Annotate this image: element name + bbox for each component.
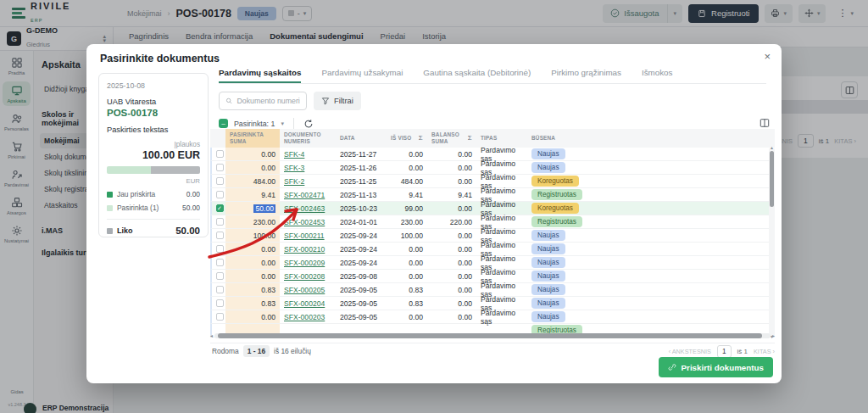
document-link[interactable]: SFK-4 — [284, 150, 304, 159]
cell-balance: 0.00 — [427, 283, 476, 296]
cell-filler — [581, 148, 775, 160]
col-date[interactable]: DATA — [336, 129, 387, 148]
col-type[interactable]: TIPAS — [476, 129, 527, 148]
assign-documents-button[interactable]: Priskirti dokumentus — [659, 357, 773, 377]
document-link[interactable]: SFX-000211 — [284, 232, 325, 240]
cell-total: 0.00 — [387, 256, 427, 269]
scroll-right-icon[interactable]: ▸ — [772, 333, 775, 338]
row-checkbox-cell — [212, 283, 225, 296]
document-link[interactable]: SFX-000210 — [284, 245, 325, 254]
scrollbar-thumb[interactable] — [218, 333, 762, 338]
cell-date: 2025-10-23 — [336, 202, 387, 215]
cell-date: 2025-09-24 — [336, 243, 387, 255]
modal-tab-pardavimų-užsakymai[interactable]: Pardavimų užsakymai — [321, 63, 403, 83]
row-checkbox[interactable]: ✓ — [216, 204, 224, 212]
cell-selected-amount[interactable]: 0.83 — [225, 297, 280, 310]
cell-balance: 0.00 — [427, 202, 476, 215]
showing-label: Rodoma — [212, 347, 239, 355]
status-badge: Naujas — [531, 230, 565, 241]
filter-button[interactable]: Filtrai — [314, 92, 361, 110]
cell-selected-amount[interactable]: 0.00 — [225, 243, 280, 255]
scrollbar-thumb[interactable] — [770, 151, 774, 207]
cell-selected-amount[interactable]: 230.00 — [225, 215, 280, 228]
cell-selected-amount[interactable]: 0.00 — [225, 270, 280, 282]
document-link[interactable]: SFX-000205 — [284, 286, 325, 294]
chevron-down-icon[interactable]: ▾ — [281, 120, 284, 127]
document-link[interactable]: SFX-002471 — [284, 191, 325, 199]
cell-balance: 0.00 — [427, 310, 476, 323]
sum-icon[interactable]: Σ — [419, 134, 423, 142]
cell-balance: 0.00 — [427, 175, 476, 187]
cell-balance: 0.00 — [427, 148, 476, 160]
horizontal-scrollbar[interactable]: ◂ ▸ — [210, 332, 775, 338]
row-checkbox[interactable] — [216, 272, 224, 280]
next-page-label[interactable]: KITAS › — [754, 348, 775, 355]
vertical-scrollbar[interactable]: ▲ ▼ — [769, 148, 775, 338]
modal-tab-išmokos[interactable]: Išmokos — [642, 63, 672, 83]
cell-balance: 0.00 — [427, 297, 476, 310]
row-checkbox[interactable] — [216, 286, 224, 293]
payment-doc-link[interactable]: POS-00178 — [107, 108, 200, 118]
document-link[interactable]: SFX-002463 — [284, 204, 325, 213]
cell-filler — [581, 297, 775, 310]
modal-tab-pirkimo-grąžinimas[interactable]: Pirkimo grąžinimas — [551, 63, 621, 83]
modal-tab-pardavimų-sąskaitos[interactable]: Pardavimų sąskaitos — [219, 63, 301, 83]
row-checkbox[interactable] — [216, 218, 224, 226]
cell-selected-amount[interactable]: 9.41 — [225, 188, 280, 201]
cell-selected-amount[interactable]: 0.00 — [225, 256, 280, 269]
row-checkbox[interactable] — [216, 232, 224, 239]
row-checkbox-cell — [212, 243, 225, 255]
cell-selected-amount[interactable]: 484.00 — [225, 175, 280, 187]
document-link[interactable]: SFX-000203 — [284, 313, 325, 321]
row-checkbox-cell — [212, 310, 225, 323]
col-total[interactable]: IŠ VISOΣ — [387, 129, 427, 148]
row-checkbox[interactable] — [216, 299, 224, 307]
scroll-left-icon[interactable]: ◂ — [210, 333, 213, 338]
legend-swatch — [107, 205, 113, 211]
row-checkbox[interactable] — [216, 191, 224, 198]
cell-selected-amount[interactable]: 0.00 — [225, 148, 280, 160]
cell-total: 0.00 — [387, 243, 427, 255]
cell-status: Naujas — [527, 256, 581, 269]
col-status[interactable]: BŪSENA — [527, 129, 581, 148]
row-checkbox-cell — [212, 229, 225, 242]
prev-page-label[interactable]: ‹ ANKSTESNIS — [669, 348, 711, 355]
page-count: iš 1 — [737, 348, 748, 355]
status-badge: Naujas — [531, 162, 565, 173]
cell-selected-amount[interactable]: 50.00 — [225, 202, 280, 215]
cell-status: Registruotas — [527, 188, 581, 201]
row-checkbox[interactable] — [216, 245, 224, 253]
document-link[interactable]: SFK-3 — [284, 164, 304, 172]
scroll-up-icon[interactable]: ▲ — [769, 146, 775, 150]
legend-label: Jau priskirta — [117, 190, 155, 198]
col-selected-amount[interactable]: PASIRINKTA SUMA — [225, 129, 280, 148]
document-link[interactable]: SFX-000209 — [284, 259, 325, 267]
cell-filler — [581, 243, 775, 255]
sum-icon[interactable]: Σ — [468, 134, 472, 142]
search-input[interactable] — [236, 97, 300, 105]
highlighted-amount[interactable]: 50.00 — [253, 204, 275, 213]
document-link[interactable]: SFX-000208 — [284, 272, 325, 281]
close-icon[interactable]: × — [764, 50, 771, 63]
cell-selected-amount[interactable]: 0.00 — [225, 161, 280, 174]
row-checkbox-cell — [212, 270, 225, 282]
document-link[interactable]: SFK-2 — [284, 177, 304, 186]
row-checkbox[interactable] — [216, 259, 224, 266]
current-page[interactable]: 1 — [717, 345, 732, 358]
status-badge: Registruotas — [531, 216, 582, 227]
refresh-icon[interactable] — [303, 119, 314, 129]
row-checkbox[interactable] — [216, 164, 224, 171]
row-checkbox[interactable] — [216, 150, 224, 158]
col-balance[interactable]: BALANSO SUMAΣ — [427, 129, 476, 148]
select-all-checkbox[interactable]: – — [219, 119, 228, 128]
cell-selected-amount[interactable]: 0.00 — [225, 310, 280, 323]
row-checkbox[interactable] — [216, 177, 224, 185]
col-document-number[interactable]: DOKUMENTO NUMERIS — [280, 129, 336, 148]
cell-selected-amount[interactable]: 100.00 — [225, 229, 280, 242]
row-checkbox[interactable] — [216, 313, 224, 321]
document-search[interactable] — [219, 92, 307, 110]
cell-selected-amount[interactable]: 0.83 — [225, 283, 280, 296]
document-link[interactable]: SFX-002453 — [284, 218, 325, 226]
modal-tab-gautina-sąskaita-debitorinė-[interactable]: Gautina sąskaita (Debitorinė) — [423, 63, 531, 83]
document-link[interactable]: SFX-000204 — [284, 299, 325, 308]
